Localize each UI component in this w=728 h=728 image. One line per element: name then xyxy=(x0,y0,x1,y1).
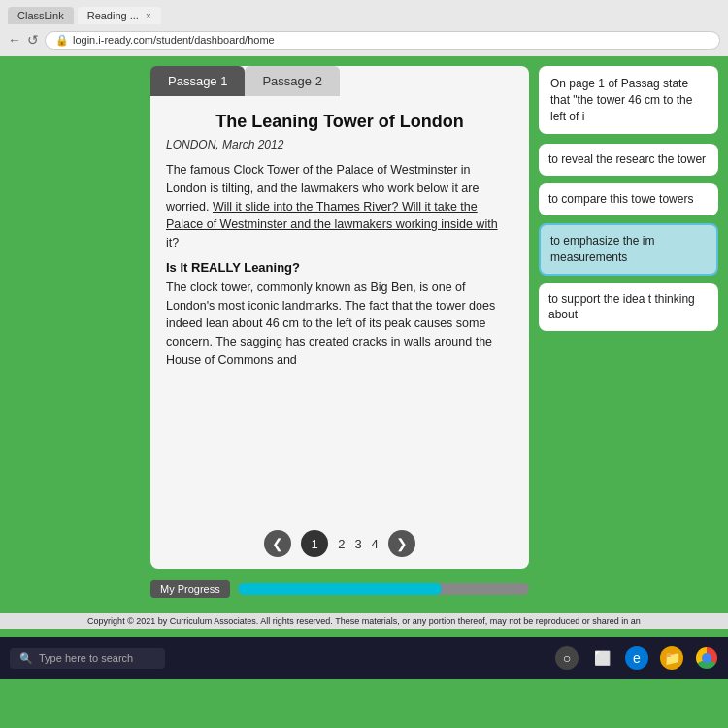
passage-paragraph2: The clock tower, commonly known as Big B… xyxy=(166,279,513,370)
passage-body: The Leaning Tower of London LONDON, Marc… xyxy=(150,96,529,564)
search-icon: 🔍 xyxy=(19,652,33,665)
tab-passage2[interactable]: Passage 2 xyxy=(245,66,339,96)
passage-subtitle: Is It REALLY Leaning? xyxy=(166,260,513,275)
cortana-icon: ○ xyxy=(563,650,571,666)
task-view-button[interactable]: ⬜ xyxy=(590,646,613,670)
edge-icon: e xyxy=(633,650,641,666)
tab-passage1[interactable]: Passage 1 xyxy=(150,66,245,96)
address-bar[interactable]: 🔒 login.i-ready.com/student/dashboard/ho… xyxy=(45,31,720,50)
edge-button[interactable]: e xyxy=(625,646,648,670)
passage-tabs: Passage 1 Passage 2 xyxy=(150,66,529,96)
page-1-button[interactable]: 1 xyxy=(301,530,328,557)
url-text: login.i-ready.com/student/dashboard/home xyxy=(73,34,275,46)
answer-option-1[interactable]: to reveal the researc the tower xyxy=(539,144,718,176)
page-2-button[interactable]: 2 xyxy=(338,537,345,551)
browser-bar: ClassLink Reading ... × ← ↺ 🔒 login.i-re… xyxy=(0,0,728,56)
progress-fill xyxy=(238,583,442,595)
refresh-button[interactable]: ↺ xyxy=(27,32,39,48)
tab-reading[interactable]: Reading ... × xyxy=(78,7,161,24)
lock-icon: 🔒 xyxy=(55,34,69,47)
tab-classlink[interactable]: ClassLink xyxy=(8,7,74,24)
search-placeholder: Type here to search xyxy=(39,652,133,664)
main-content: Passage 1 Passage 2 The Leaning Tower of… xyxy=(0,56,728,637)
passage-container: Passage 1 Passage 2 The Leaning Tower of… xyxy=(150,66,529,569)
next-page-button[interactable]: ❯ xyxy=(388,530,415,557)
browser-tabs: ClassLink Reading ... × xyxy=(8,7,720,24)
passage-paragraph1: The famous Clock Tower of the Palace of … xyxy=(166,161,513,252)
question-box: On page 1 of Passag state that "the towe… xyxy=(539,66,718,134)
chrome-icon xyxy=(696,647,717,669)
copyright-text: Copyright © 2021 by Curriculum Associate… xyxy=(0,613,728,629)
close-icon[interactable]: × xyxy=(146,11,151,21)
answer-option-2[interactable]: to compare this towe towers xyxy=(539,183,718,215)
progress-section: My Progress xyxy=(150,580,529,598)
passage-title: The Leaning Tower of London xyxy=(166,112,513,132)
right-panel: On page 1 of Passag state that "the towe… xyxy=(539,66,718,339)
page-3-button[interactable]: 3 xyxy=(354,537,361,551)
progress-track xyxy=(238,583,529,595)
folder-icon: 📁 xyxy=(664,650,680,666)
taskbar-search[interactable]: 🔍 Type here to search xyxy=(10,648,165,669)
pagination: ❮ 1 2 3 4 ❯ xyxy=(150,530,529,557)
page-4-button[interactable]: 4 xyxy=(372,537,379,551)
cortana-button[interactable]: ○ xyxy=(555,646,579,670)
back-button[interactable]: ← xyxy=(8,32,21,48)
answer-option-4[interactable]: to support the idea t thinking about xyxy=(539,283,718,332)
chrome-button[interactable] xyxy=(695,646,718,670)
passage-dateline: LONDON, March 2012 xyxy=(166,138,513,151)
taskbar-icons: ○ ⬜ e 📁 xyxy=(555,646,718,670)
folder-button[interactable]: 📁 xyxy=(660,646,683,670)
browser-nav: ← ↺ 🔒 login.i-ready.com/student/dashboar… xyxy=(8,31,720,50)
task-view-icon: ⬜ xyxy=(594,650,611,666)
taskbar: 🔍 Type here to search ○ ⬜ e 📁 xyxy=(0,637,728,679)
prev-page-button[interactable]: ❮ xyxy=(264,530,291,557)
progress-label: My Progress xyxy=(150,580,230,598)
answer-option-3[interactable]: to emphasize the im measurements xyxy=(539,223,718,276)
